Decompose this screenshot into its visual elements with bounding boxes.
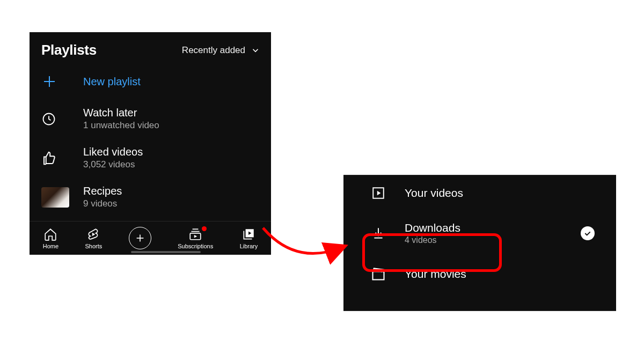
sort-label: Recently added (182, 45, 245, 56)
sort-button[interactable]: Recently added (182, 45, 260, 56)
check-icon (583, 229, 592, 238)
playlists-title: Playlists (41, 42, 97, 58)
nav-subscriptions-label: Subscriptions (178, 243, 213, 249)
your-videos-item[interactable]: Your videos (343, 175, 616, 211)
play-square-icon (371, 186, 385, 200)
playlists-list: New playlist Watch later 1 unwatched vid… (30, 64, 271, 212)
nav-library-label: Library (240, 243, 258, 249)
library-menu-panel: Your videos Downloads 4 videos Your movi… (343, 175, 616, 311)
library-icon (241, 227, 255, 241)
your-movies-label: Your movies (405, 268, 600, 280)
nav-home-label: Home (43, 243, 58, 249)
svg-rect-16 (373, 271, 384, 279)
your-videos-label: Your videos (405, 187, 600, 200)
new-playlist-button[interactable]: New playlist (30, 64, 271, 99)
chevron-down-icon (251, 46, 260, 55)
thumbs-up-icon (41, 150, 57, 166)
annotation-arrow (258, 215, 354, 268)
plus-icon (41, 73, 57, 90)
nav-library[interactable]: Library (240, 227, 258, 249)
svg-marker-3 (92, 232, 95, 236)
subscriptions-icon (188, 227, 202, 241)
nav-home[interactable]: Home (43, 227, 58, 249)
clock-icon (41, 112, 56, 127)
playlists-header: Playlists Recently added (30, 32, 271, 64)
liked-videos-item[interactable]: Liked videos 3,052 videos (30, 138, 271, 178)
download-complete-badge (581, 226, 595, 240)
svg-marker-13 (377, 191, 381, 196)
watch-later-item[interactable]: Watch later 1 unwatched video (30, 99, 271, 138)
download-icon (371, 226, 385, 240)
notification-dot-icon (202, 226, 207, 231)
library-playlists-panel: Playlists Recently added New playlist Wa… (30, 32, 271, 255)
svg-marker-9 (194, 235, 197, 238)
svg-line-18 (378, 269, 379, 272)
clapperboard-icon (371, 267, 386, 282)
nav-shorts-label: Shorts (85, 243, 103, 249)
liked-videos-label: Liked videos (83, 146, 143, 158)
your-movies-item[interactable]: Your movies (343, 256, 616, 292)
watch-later-label: Watch later (83, 107, 159, 119)
liked-videos-count: 3,052 videos (83, 159, 143, 170)
downloads-count: 4 videos (405, 235, 562, 245)
playlist-count: 9 videos (83, 198, 122, 209)
playlist-thumbnail (41, 187, 69, 208)
plus-icon (134, 232, 146, 244)
playlist-label: Recipes (83, 185, 122, 197)
downloads-item[interactable]: Downloads 4 videos (343, 211, 616, 256)
home-icon (43, 227, 57, 241)
nav-subscriptions[interactable]: Subscriptions (178, 227, 213, 249)
playlist-item-recipes[interactable]: Recipes 9 videos (30, 178, 271, 212)
new-playlist-label: New playlist (83, 76, 141, 88)
svg-line-19 (382, 270, 382, 272)
svg-line-17 (375, 269, 376, 272)
nav-create-button[interactable] (129, 227, 151, 249)
downloads-label: Downloads (405, 221, 562, 234)
shorts-icon (86, 227, 100, 241)
nav-shorts[interactable]: Shorts (85, 227, 103, 249)
bottom-nav: Home Shorts Subscriptions Library (30, 221, 271, 255)
watch-later-count: 1 unwatched video (83, 120, 159, 131)
